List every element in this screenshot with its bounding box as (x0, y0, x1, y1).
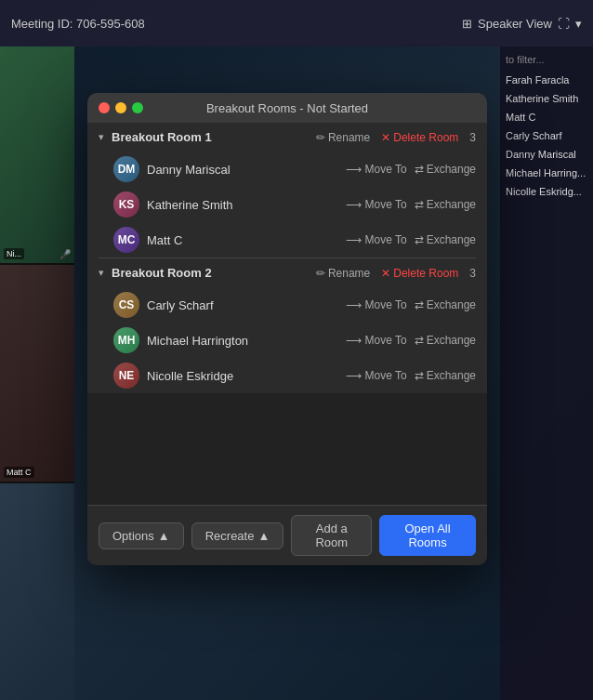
move-to-label-nicolle: Move To (364, 369, 406, 382)
exchange-nicolle-button[interactable]: ⇄ Exchange (415, 369, 476, 382)
move-to-katherine-button[interactable]: ⟶ Move To (346, 198, 406, 211)
avatar-katherine: KS (113, 192, 139, 218)
expand-icon: ⛶ (558, 17, 570, 31)
exchange-label-katherine: Exchange (427, 198, 476, 211)
add-room-button[interactable]: Add a Room (291, 515, 372, 556)
move-to-matt-button[interactable]: ⟶ Move To (346, 233, 406, 246)
participant-actions-danny: ⟶ Move To ⇄ Exchange (346, 163, 476, 176)
sidebar-name-nicolle: Nicolle Eskridg... (506, 184, 587, 199)
recreate-label: Recreate (205, 529, 255, 543)
maximize-button[interactable] (132, 102, 143, 113)
add-room-label: Add a Room (305, 522, 358, 549)
delete-icon-2: ✕ (381, 267, 390, 280)
video-tile-1-name: Ni... (4, 248, 24, 259)
participant-actions-katherine: ⟶ Move To ⇄ Exchange (346, 198, 476, 211)
video-tile-2: Matt C (0, 265, 74, 482)
exchange-katherine-button[interactable]: ⇄ Exchange (415, 198, 476, 211)
participant-name-carly: Carly Scharf (147, 298, 338, 312)
participant-actions-nicolle: ⟶ Move To ⇄ Exchange (346, 369, 476, 382)
avatar-carly: CS (113, 292, 139, 318)
participant-row-michael: MH Michael Harrington ⟶ Move To ⇄ Exchan… (87, 323, 487, 358)
room2-rename-button[interactable]: ✏ Rename (316, 267, 370, 280)
avatar-matt: MC (113, 227, 139, 253)
exchange-label-michael: Exchange (427, 334, 476, 347)
modal-overlay: Breakout Rooms - Not Started ▾ Breakout … (74, 46, 500, 700)
move-to-label-michael: Move To (364, 334, 406, 347)
delete-icon: ✕ (381, 131, 390, 144)
room1-name: Breakout Room 1 (112, 130, 309, 144)
top-bar: Meeting ID: 706-595-608 ⊞ Speaker View ⛶… (0, 0, 593, 46)
move-icon-nicolle: ⟶ (346, 369, 362, 382)
modal-body: ▾ Breakout Room 1 ✏ Rename ✕ Delete Room… (87, 123, 487, 505)
video-tile-1: Ni... 🎤 (0, 46, 74, 263)
exchange-icon-michael: ⇄ (415, 334, 424, 347)
exchange-matt-button[interactable]: ⇄ Exchange (415, 233, 476, 246)
exchange-icon: ⇄ (415, 163, 424, 176)
participant-row-matt: MC Matt C ⟶ Move To ⇄ Exchange (87, 222, 487, 258)
participant-row-carly: CS Carly Scharf ⟶ Move To ⇄ Exchange (87, 287, 487, 323)
participant-name-nicolle: Nicolle Eskridge (147, 369, 338, 383)
speaker-view-label: Speaker View (478, 17, 552, 31)
move-to-label: Move To (364, 163, 406, 176)
minimize-button[interactable] (115, 102, 126, 113)
close-button[interactable] (99, 102, 110, 113)
room1-delete-button[interactable]: ✕ Delete Room (381, 131, 458, 144)
room1-toggle[interactable]: ▾ (99, 131, 104, 143)
meeting-id: Meeting ID: 706-595-608 (11, 17, 145, 31)
move-to-nicolle-button[interactable]: ⟶ Move To (346, 369, 406, 382)
room1-actions: ✏ Rename ✕ Delete Room 3 (316, 131, 476, 144)
room2-delete-label: Delete Room (393, 267, 458, 280)
sidebar-name-carly: Carly Scharf (506, 128, 587, 143)
pencil-icon: ✏ (316, 131, 325, 144)
exchange-icon-carly: ⇄ (415, 298, 424, 311)
pencil-icon-2: ✏ (316, 267, 325, 280)
room2-header: ▾ Breakout Room 2 ✏ Rename ✕ Delete Room… (87, 258, 487, 287)
exchange-label: Exchange (427, 163, 476, 176)
exchange-label-matt: Exchange (427, 233, 476, 246)
participant-row-danny: DM Danny Mariscal ⟶ Move To ⇄ Exchange (87, 152, 487, 187)
sidebar-name-matt: Matt C (506, 110, 587, 125)
exchange-label-nicolle: Exchange (427, 369, 476, 382)
move-icon-carly: ⟶ (346, 298, 362, 311)
speaker-view[interactable]: ⊞ Speaker View ⛶ ▾ (462, 17, 582, 31)
recreate-button[interactable]: Recreate ▲ (191, 522, 284, 549)
exchange-michael-button[interactable]: ⇄ Exchange (415, 334, 476, 347)
room2-toggle[interactable]: ▾ (99, 267, 104, 279)
participant-row-katherine: KS Katherine Smith ⟶ Move To ⇄ Exchange (87, 187, 487, 222)
room2-rename-label: Rename (328, 267, 370, 280)
move-to-label-matt: Move To (364, 233, 406, 246)
participant-name-matt: Matt C (147, 233, 338, 247)
empty-space (87, 393, 487, 505)
modal-title: Breakout Rooms - Not Started (206, 101, 368, 115)
open-all-rooms-label: Open All Rooms (393, 522, 462, 549)
room1-rename-button[interactable]: ✏ Rename (316, 131, 370, 144)
exchange-danny-button[interactable]: ⇄ Exchange (415, 163, 476, 176)
participant-actions-carly: ⟶ Move To ⇄ Exchange (346, 298, 476, 311)
participant-actions-matt: ⟶ Move To ⇄ Exchange (346, 233, 476, 246)
exchange-label-carly: Exchange (427, 298, 476, 311)
participant-name-michael: Michael Harrington (147, 334, 338, 348)
move-to-carly-button[interactable]: ⟶ Move To (346, 298, 406, 311)
avatar-michael: MH (113, 327, 139, 353)
open-all-rooms-button[interactable]: Open All Rooms (379, 515, 476, 556)
room2-actions: ✏ Rename ✕ Delete Room 3 (316, 267, 476, 280)
modal-footer: Options ▲ Recreate ▲ Add a Room Open All… (87, 505, 487, 565)
modal-titlebar: Breakout Rooms - Not Started (87, 93, 487, 123)
room2-name: Breakout Room 2 (112, 266, 309, 280)
exchange-icon-nicolle: ⇄ (415, 369, 424, 382)
sidebar-filter: to filter... (506, 54, 587, 65)
exchange-carly-button[interactable]: ⇄ Exchange (415, 298, 476, 311)
options-label: Options (112, 529, 154, 543)
participant-actions-michael: ⟶ Move To ⇄ Exchange (346, 334, 476, 347)
move-icon-matt: ⟶ (346, 233, 362, 246)
room2-delete-button[interactable]: ✕ Delete Room (381, 267, 458, 280)
sidebar-name-farah: Farah Faracla (506, 73, 587, 87)
move-to-danny-button[interactable]: ⟶ Move To (346, 163, 406, 176)
exchange-icon-matt: ⇄ (415, 233, 424, 246)
options-button[interactable]: Options ▲ (99, 522, 184, 549)
dropdown-icon: ▾ (575, 17, 582, 31)
move-to-michael-button[interactable]: ⟶ Move To (346, 334, 406, 347)
exchange-icon-katherine: ⇄ (415, 198, 424, 211)
room2-count: 3 (469, 267, 476, 280)
speaker-view-icon: ⊞ (462, 17, 472, 31)
